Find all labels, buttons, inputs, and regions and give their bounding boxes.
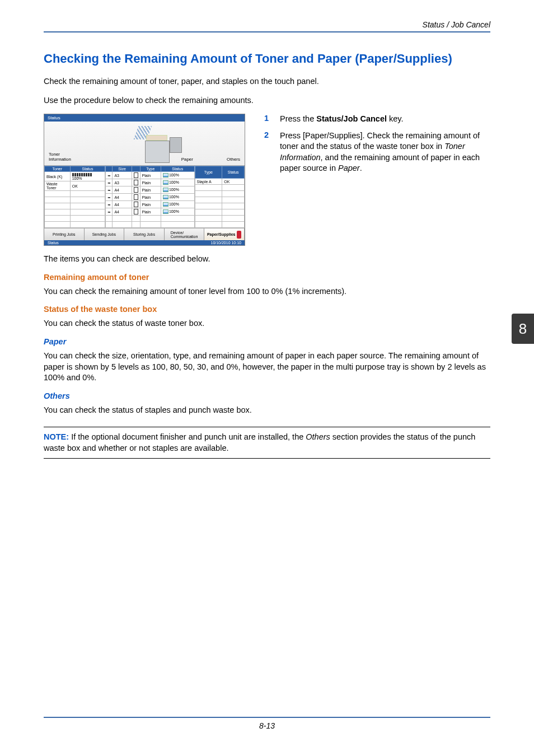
step-text: key.	[387, 114, 404, 123]
para-waste-toner: You can check the status of waste toner …	[44, 318, 490, 329]
th-toner: Toner	[45, 166, 71, 172]
paper-label: Paper	[181, 157, 193, 162]
step-ital: Paper	[338, 164, 360, 172]
level-icon	[163, 209, 168, 214]
status-panel: Status Toner Information Paper Others To…	[44, 114, 245, 246]
tab-storing-jobs[interactable]: Storing Jobs	[124, 228, 165, 240]
heading-paper: Paper	[44, 337, 490, 346]
table-row: Waste TonerOK	[45, 181, 105, 191]
table-row: ▪▪A4Plain100%	[106, 194, 194, 201]
orient-icon	[134, 202, 138, 207]
cell-val: 100%	[169, 180, 179, 184]
cell: Staple A	[195, 179, 222, 185]
level-icon	[163, 188, 168, 192]
step-bold: Status/Job Cancel	[316, 114, 387, 123]
heading-others: Others	[44, 391, 490, 400]
heading-remaining-toner: Remaining amount of toner	[44, 273, 490, 282]
chapter-tab: 8	[512, 314, 534, 344]
cell: 100%	[70, 172, 105, 181]
cell: Plain	[140, 194, 161, 201]
cell: A4	[113, 194, 132, 201]
note-ital: Others	[306, 432, 330, 441]
para-remaining-toner: You can check the remaining amount of to…	[44, 286, 490, 297]
cell: Plain	[140, 179, 161, 186]
printer-illustration	[134, 129, 176, 163]
cell-val: 100%	[169, 195, 179, 199]
cell: A3	[113, 172, 132, 179]
step-1: 1 Press the Status/Job Cancel key.	[264, 114, 490, 125]
level-icon	[163, 202, 168, 207]
toner-info-label: Toner Information	[49, 152, 78, 162]
section-title: Status / Job Cancel	[423, 20, 490, 29]
cell-val: 100%	[169, 188, 179, 192]
intro-1: Check the remaining amount of toner, pap…	[44, 76, 490, 87]
tab-device-communication[interactable]: Device/ Communication	[165, 228, 205, 240]
cell: 100%	[161, 208, 194, 216]
step-2: 2 Press [Paper/Supplies]. Check the rema…	[264, 130, 490, 174]
page-title: Checking the Remaining Amount of Toner a…	[44, 52, 490, 66]
toner-table: TonerStatus Black (K)100% Waste TonerOK	[44, 166, 105, 228]
cell: 100%	[161, 186, 194, 194]
tab-printing-jobs[interactable]: Printing Jobs	[44, 228, 85, 240]
level-icon	[163, 195, 168, 199]
th-paper-status: Status	[161, 166, 194, 172]
cell: A4	[113, 186, 132, 194]
table-row: ▪▪A3Plain100%	[106, 179, 194, 186]
cell: 100%	[161, 179, 194, 186]
cell: OK	[70, 181, 105, 191]
cell-val: 100%	[169, 202, 179, 206]
cell: A4	[113, 208, 132, 216]
th-toner-status: Status	[70, 166, 105, 172]
others-label: Others	[227, 157, 240, 162]
table-row: ▪▪A4Plain100%	[106, 201, 194, 208]
th-type: Type	[140, 166, 161, 172]
cell: Plain	[140, 201, 161, 208]
orient-icon	[134, 194, 138, 200]
level-icon	[163, 180, 168, 185]
th-others-type: Type	[195, 166, 222, 179]
step-text: .	[360, 164, 362, 172]
pin-icon	[237, 231, 241, 239]
table-row: Staple AOK	[195, 179, 245, 185]
cell-val: 100%	[169, 173, 179, 177]
page-footer: 8-13	[44, 717, 490, 730]
cell: 100%	[161, 201, 194, 208]
cell: A3	[113, 179, 132, 186]
intro-2: Use the procedure below to check the rem…	[44, 95, 490, 106]
page-header: Status / Job Cancel	[44, 20, 490, 32]
tab-paper-supplies[interactable]: Paper/Supplies	[204, 228, 245, 240]
note-label: NOTE:	[44, 432, 69, 441]
panel-foot-datetime: 10/10/2010 10:10	[211, 241, 242, 245]
th-others-status: Status	[222, 166, 245, 179]
th-size: Size	[113, 166, 132, 172]
paper-table: SizeTypeStatus ▪▪A3Plain100% ▪▪A3Plain10…	[105, 166, 194, 228]
heading-waste-toner: Status of the waste toner box	[44, 305, 490, 314]
level-icon	[163, 173, 168, 178]
step-number: 1	[264, 114, 272, 125]
others-table: TypeStatus Staple AOK	[195, 166, 245, 228]
note-text: If the optional document finisher and pu…	[69, 432, 306, 441]
table-row: ▪▪A4Plain100%	[106, 186, 194, 194]
cell: 100%	[161, 194, 194, 201]
orient-icon	[134, 209, 138, 214]
orient-icon	[134, 172, 138, 178]
cell: Plain	[140, 208, 161, 216]
table-row: ▪▪A3Plain100%	[106, 172, 194, 179]
para-others: You can check the status of staples and …	[44, 405, 490, 416]
cell: Plain	[140, 186, 161, 194]
panel-foot-status: Status	[48, 241, 59, 245]
table-row: Black (K)100%	[45, 172, 105, 181]
page-number: 8-13	[259, 721, 275, 730]
cell-val: 100%	[169, 209, 179, 213]
tab-label: Paper/Supplies	[207, 232, 236, 236]
cell: Black (K)	[45, 172, 71, 181]
cell: Waste Toner	[45, 181, 71, 191]
orient-icon	[134, 180, 138, 185]
panel-title-bar: Status	[44, 114, 245, 122]
orient-icon	[134, 187, 138, 193]
step-number: 2	[264, 130, 272, 174]
tab-sending-jobs[interactable]: Sending Jobs	[85, 228, 125, 240]
para-paper: You can check the size, orientation, typ…	[44, 351, 490, 384]
cell: 100%	[161, 172, 194, 179]
cell: A4	[113, 201, 132, 208]
